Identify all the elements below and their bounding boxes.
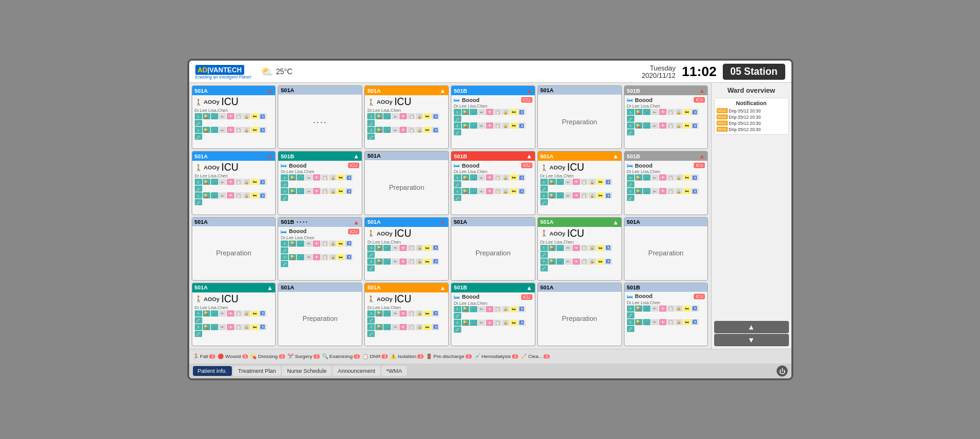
patient-card[interactable]: 501A▲🚶AOOyICUDr.Lee Lisa.Chen⚕💊🩺✂👁📋🔒🛏♿💉⚕… (364, 217, 449, 281)
card-body: 🚶AOOyICUDr.Lee Lisa.Chen⚕💊🩺✂👁📋🔒🛏♿💉⚕💊🩺✂👁📋… (192, 292, 276, 346)
care-icon: 💉 (281, 261, 288, 267)
datetime-display: Tuesday 2020/11/12 (642, 64, 676, 79)
tab-announcement[interactable]: Announcement (333, 366, 380, 376)
patient-card[interactable]: 501APreparation (537, 283, 622, 346)
room-number: 501A (540, 219, 554, 225)
patient-card[interactable]: 501A▲🚶AOOyICUDr.Lee Lisa.Chen⚕💊🩺✂👁📋🔒🛏♿💉⚕… (192, 283, 276, 346)
care-icon: ⚕ (454, 109, 461, 115)
card-header: 501A▲ (365, 86, 448, 95)
patient-name: AOOy (377, 231, 393, 237)
notification-list: 501A Drip 05/12 20:30501A Drip 05/12 20:… (717, 108, 786, 132)
care-icon: 🔒 (502, 188, 509, 194)
patient-card[interactable]: 501B🛏BooodICUDr.Lee Lisa.Chen⚕💊🩺✂👁📋🔒🛏♿💉⚕… (624, 283, 709, 346)
care-icon: 📋 (667, 188, 675, 194)
care-icon: 🛏 (597, 245, 604, 251)
alert-tag[interactable]: ✂️ Surgery 3 (288, 351, 320, 362)
care-icon: ✂ (219, 310, 226, 317)
care-icon: ♿ (259, 127, 266, 133)
care-icon: 🩺 (211, 310, 218, 317)
care-icon: 🩺 (383, 127, 391, 133)
patient-card[interactable]: 501B ····▲🛏BooodICUDr.Lee Lisa.Chen⚕💊🩺✂👁… (278, 217, 362, 281)
care-icon: 💉 (454, 313, 461, 319)
card-header: 501B▲ (278, 151, 362, 161)
patient-card[interactable]: 501A▲🚶AOOyICUDr.Lee Lisa.Chen⚕💊🩺✂👁📋🔒🛏♿💉⚕… (364, 283, 449, 346)
alert-tag[interactable]: 📋 DNR 3 (362, 351, 388, 362)
patient-card[interactable]: 501A▲🚶AOOyICUDr.Lee Lisa.Chen⚕💊🩺✂👁📋🔒🛏♿💉⚕… (364, 85, 449, 149)
card-body: Preparation (451, 226, 535, 280)
patient-name: AOOy (204, 99, 220, 105)
alert-tag[interactable]: 🔴 Wound 3 (218, 351, 248, 362)
alert-tag[interactable]: 💉 Hemodialysis 3 (474, 351, 518, 362)
power-button[interactable]: ⏻ (777, 365, 788, 377)
care-icon: ♿ (259, 192, 266, 198)
alert-icon: ✂️ (288, 354, 294, 359)
patient-card[interactable]: 501A▲🚶AOOyICUDr.Lee Lisa.Chen⚕💊🩺✂👁📋🔒🛏♿💉⚕… (192, 151, 276, 215)
main-screen: AD|VANTECH Enabling an Intelligent Plane… (187, 59, 793, 380)
card-header: 501A (278, 86, 362, 95)
weather-widget: ⛅ 25°C (261, 66, 292, 77)
patient-name-row: 🛏BooodICU (627, 162, 705, 169)
doctor-row: Dr.Lee Lisa.Chen (281, 169, 359, 174)
care-icon: 🩺 (383, 324, 391, 330)
room-number: 501A (195, 88, 208, 94)
patient-card[interactable]: 501APreparation (278, 283, 362, 346)
card-body: 🛏BooodICUDr.Lee Lisa.Chen⚕💊🩺✂👁📋🔒🛏♿💉⚕💊🩺✂👁… (278, 227, 362, 280)
tab-nurse-schedule[interactable]: Nurse Schedule (282, 366, 331, 376)
tab-treatment-plan[interactable]: Treatment Plan (233, 366, 281, 376)
scroll-up-button[interactable]: ▲ (714, 321, 789, 333)
care-icon: 👁 (573, 258, 580, 265)
patient-card[interactable]: 501A···· (278, 85, 362, 149)
patient-card[interactable]: 501B▲🛏BooodICUDr.Lee Lisa.Chen⚕💊🩺✂👁📋🔒🛏♿💉… (624, 85, 709, 149)
care-icon: ✂ (219, 179, 226, 185)
alert-tag[interactable]: 🏃 Fall 3 (193, 351, 216, 362)
care-icon: 🛏 (510, 320, 518, 326)
care-icon: 💊 (289, 174, 296, 181)
patient-card[interactable]: 501A▲🚶AOOyICUDr.Lee Lisa.Chen⚕💊🩺✂👁📋🔒🛏♿💉⚕… (537, 151, 622, 215)
alert-tag[interactable]: 🧹 Clea... 3 (521, 351, 550, 362)
patient-card[interactable]: 501APreparation (451, 217, 535, 281)
alert-icon: 💉 (474, 354, 480, 359)
doctor-row: Dr.Lee Lisa.Chen (281, 236, 359, 240)
tab-wma[interactable]: *WMA (381, 366, 407, 376)
care-icon: 🩺 (643, 109, 650, 115)
patient-name: Boood (289, 228, 307, 234)
care-icon: 💉 (367, 120, 375, 126)
alert-triangle-icon: ▲ (440, 284, 446, 291)
alert-tag[interactable]: 💊 Dressing 3 (250, 351, 284, 362)
room-number: 501A (195, 284, 208, 291)
alert-tag[interactable]: ⚠️ Isolation 3 (390, 351, 424, 362)
alert-triangle-icon: ▲ (699, 87, 705, 94)
care-icon: ♿ (345, 174, 352, 181)
sidebar: Ward overview Notification 501A Drip 05/… (711, 83, 791, 349)
patient-card[interactable]: 501A▲🚶AOOyICUDr.Lee Lisa.Chen⚕💊🩺✂👁📋🔒🛏♿💉⚕… (537, 217, 622, 281)
care-icon: 🔒 (415, 324, 423, 330)
alert-triangle-icon: ▲ (613, 219, 619, 226)
patient-card[interactable]: 501B▲🛏BooodICUDr.Lee Lisa.Chen⚕💊🩺✂👁📋🔒🛏♿💉… (451, 151, 535, 215)
care-icon: 💊 (548, 192, 556, 198)
care-icon: 🛏 (251, 113, 258, 119)
patient-card[interactable]: 501B▲🛏BooodICUDr.Lee Lisa.Chen⚕💊🩺✂👁📋🔒🛏♿💉… (278, 151, 362, 215)
tab-patient-info.[interactable]: Patient info. (193, 366, 232, 376)
patient-card[interactable]: 501A▲🚶AOOyICUDr.Lee Lisa.Chen⚕💊🩺✂👁📋🔒🛏♿💉⚕… (192, 85, 276, 149)
patient-card[interactable]: 501APreparation (537, 85, 622, 149)
patient-card[interactable]: 501APreparation (624, 217, 709, 281)
care-icon: 🔒 (243, 192, 250, 198)
scroll-down-button[interactable]: ▼ (714, 334, 789, 346)
patient-card[interactable]: 501B▲🛏BooodICUDr.Lee Lisa.Chen⚕💊🩺✂👁📋🔒🛏♿💉… (451, 85, 535, 149)
patient-card[interactable]: 501APreparation (192, 217, 276, 281)
care-icon: ✂ (478, 306, 485, 312)
care-icon: 💊 (289, 188, 296, 194)
alert-tag[interactable]: 🔍 Examining 3 (322, 351, 360, 362)
patient-name-row: 🚶AOOyICU (540, 228, 619, 239)
care-icon: 🩺 (556, 192, 564, 198)
care-icon: 🛏 (337, 174, 344, 181)
care-icon: 💊 (375, 127, 383, 133)
patient-name: AOOy (550, 231, 566, 237)
patient-card[interactable]: 501APreparation (364, 151, 449, 215)
care-icon: ♿ (432, 324, 439, 330)
care-icon: 💉 (627, 312, 634, 318)
alert-tag[interactable]: 🚪 Pre-discharge 3 (426, 351, 472, 362)
patient-card[interactable]: 501B▲🛏BooodICUDr.Lee Lisa.Chen⚕💊🩺✂👁📋🔒🛏♿💉… (451, 283, 535, 346)
room-number: 501B (627, 284, 641, 291)
patient-card[interactable]: 501B▲🛏BooodICUDr.Lee Lisa.Chen⚕💊🩺✂👁📋🔒🛏♿💉… (624, 151, 709, 215)
